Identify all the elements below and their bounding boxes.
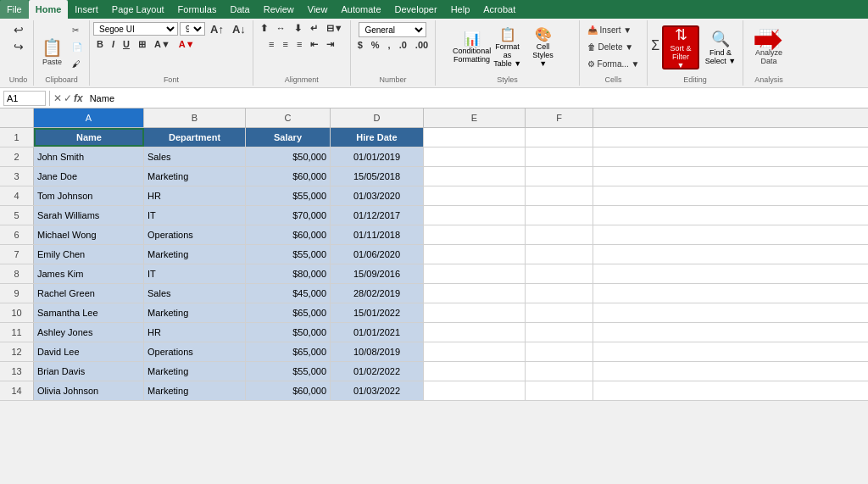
cell-f12[interactable]: [526, 342, 593, 361]
tab-help[interactable]: Help: [444, 0, 477, 19]
cell-f10[interactable]: [526, 303, 593, 322]
undo-button[interactable]: ↩: [10, 22, 27, 37]
cell-f11[interactable]: [526, 323, 593, 342]
cell-c1[interactable]: Salary: [246, 128, 331, 147]
cell-d5[interactable]: 01/12/2017: [331, 206, 424, 225]
cell-b12[interactable]: Operations: [144, 342, 246, 361]
col-header-f[interactable]: F: [526, 108, 593, 127]
cell-f9[interactable]: [526, 284, 593, 303]
font-color-button[interactable]: A▼: [175, 38, 198, 52]
cell-e7[interactable]: [424, 245, 526, 264]
cell-d8[interactable]: 15/09/2016: [331, 264, 424, 283]
align-left-button[interactable]: ≡: [265, 38, 277, 52]
col-header-a[interactable]: A: [34, 108, 144, 127]
cell-a7[interactable]: Emily Chen: [34, 245, 144, 264]
format-painter-button[interactable]: 🖌: [69, 56, 86, 71]
cell-c3[interactable]: $60,000: [246, 167, 331, 186]
wrap-text-button[interactable]: ↵: [307, 22, 321, 36]
cell-f7[interactable]: [526, 245, 593, 264]
analyze-data-button[interactable]: 📈 AnalyzeData: [751, 25, 787, 70]
cell-d3[interactable]: 15/05/2018: [331, 167, 424, 186]
fill-color-button[interactable]: A▼: [151, 38, 174, 52]
align-top-button[interactable]: ⬆: [257, 22, 271, 36]
tab-page-layout[interactable]: Page Layout: [105, 0, 171, 19]
decrease-font-button[interactable]: A↓: [229, 22, 249, 36]
cell-a1[interactable]: Name: [34, 128, 144, 147]
tab-acrobat[interactable]: Acrobat: [476, 0, 522, 19]
cell-d1[interactable]: Hire Date: [331, 128, 424, 147]
cell-c7[interactable]: $55,000: [246, 245, 331, 264]
col-header-b[interactable]: B: [144, 108, 246, 127]
cell-b11[interactable]: HR: [144, 323, 246, 342]
cell-c4[interactable]: $55,000: [246, 186, 331, 205]
cell-b13[interactable]: Marketing: [144, 362, 246, 381]
cell-c14[interactable]: $60,000: [246, 381, 331, 400]
cell-b1[interactable]: Department: [144, 128, 246, 147]
cell-a12[interactable]: David Lee: [34, 342, 144, 361]
cell-a2[interactable]: John Smith: [34, 147, 144, 166]
cell-f14[interactable]: [526, 381, 593, 400]
underline-button[interactable]: U: [120, 38, 133, 52]
number-format-select[interactable]: General: [359, 22, 426, 37]
redo-button[interactable]: ↪: [10, 39, 27, 54]
cell-c13[interactable]: $55,000: [246, 362, 331, 381]
sort-filter-button[interactable]: ⇅ Sort &Filter ▼: [662, 25, 699, 70]
cell-f2[interactable]: [526, 147, 593, 166]
font-size-select[interactable]: 9.5: [180, 22, 205, 36]
italic-button[interactable]: I: [108, 38, 118, 52]
cell-a9[interactable]: Rachel Green: [34, 284, 144, 303]
tab-review[interactable]: Review: [257, 0, 301, 19]
cell-a11[interactable]: Ashley Jones: [34, 323, 144, 342]
increase-indent-button[interactable]: ⇥: [323, 38, 337, 52]
cell-a4[interactable]: Tom Johnson: [34, 186, 144, 205]
cell-d14[interactable]: 01/03/2022: [331, 381, 424, 400]
col-header-c[interactable]: C: [246, 108, 331, 127]
cell-b2[interactable]: Sales: [144, 147, 246, 166]
cell-f1[interactable]: [526, 128, 593, 147]
cell-c2[interactable]: $50,000: [246, 147, 331, 166]
increase-font-button[interactable]: A↑: [207, 22, 227, 36]
tab-insert[interactable]: Insert: [68, 0, 105, 19]
cell-e13[interactable]: [424, 362, 526, 381]
cell-d12[interactable]: 10/08/2019: [331, 342, 424, 361]
cell-c12[interactable]: $65,000: [246, 342, 331, 361]
cell-f8[interactable]: [526, 264, 593, 283]
cell-e11[interactable]: [424, 323, 526, 342]
cell-b7[interactable]: Marketing: [144, 245, 246, 264]
percent-button[interactable]: %: [368, 39, 383, 53]
cell-d7[interactable]: 01/06/2020: [331, 245, 424, 264]
bold-button[interactable]: B: [93, 38, 107, 52]
cell-e6[interactable]: [424, 225, 526, 244]
cell-e14[interactable]: [424, 381, 526, 400]
sum-button[interactable]: Σ: [651, 38, 659, 53]
cell-a5[interactable]: Sarah Williams: [34, 206, 144, 225]
comma-button[interactable]: ,: [385, 39, 394, 53]
cell-d10[interactable]: 15/01/2022: [331, 303, 424, 322]
currency-button[interactable]: $: [354, 39, 366, 53]
insert-cells-button[interactable]: 📥 Insert ▼: [584, 22, 635, 37]
tab-automate[interactable]: Automate: [334, 0, 387, 19]
cell-b6[interactable]: Operations: [144, 225, 246, 244]
cut-button[interactable]: ✂: [69, 22, 86, 37]
increase-decimal-button[interactable]: .00: [412, 39, 431, 53]
cell-d9[interactable]: 28/02/2019: [331, 284, 424, 303]
cell-c6[interactable]: $60,000: [246, 225, 331, 244]
decrease-decimal-button[interactable]: .0: [396, 39, 410, 53]
cell-d2[interactable]: 01/01/2019: [331, 147, 424, 166]
cell-styles-button[interactable]: 🎨 Cell Styles ▼: [526, 25, 560, 70]
cell-e2[interactable]: [424, 147, 526, 166]
copy-button[interactable]: 📄: [69, 39, 86, 54]
align-bottom-button[interactable]: ⬇: [291, 22, 305, 36]
cell-d6[interactable]: 01/11/2018: [331, 225, 424, 244]
cell-f3[interactable]: [526, 167, 593, 186]
cell-b3[interactable]: Marketing: [144, 167, 246, 186]
cell-e9[interactable]: [424, 284, 526, 303]
tab-view[interactable]: View: [301, 0, 335, 19]
tab-file[interactable]: File: [0, 0, 29, 19]
cell-c8[interactable]: $80,000: [246, 264, 331, 283]
cell-b14[interactable]: Marketing: [144, 381, 246, 400]
cell-c5[interactable]: $70,000: [246, 206, 331, 225]
tab-formulas[interactable]: Formulas: [171, 0, 224, 19]
cell-c9[interactable]: $45,000: [246, 284, 331, 303]
cell-a14[interactable]: Olivia Johnson: [34, 381, 144, 400]
